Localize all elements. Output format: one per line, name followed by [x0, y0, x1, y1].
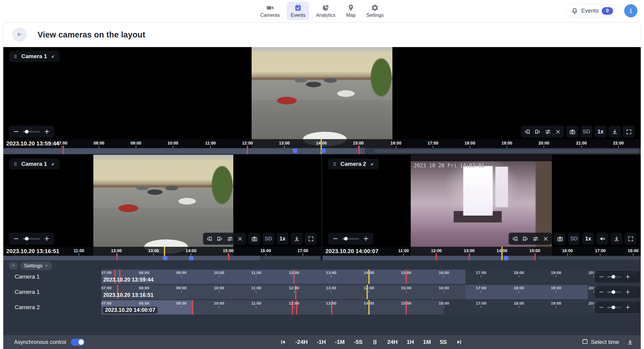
drag-handle-icon[interactable] — [332, 162, 337, 167]
zoom-slider-knob[interactable] — [612, 306, 615, 309]
drag-handle-icon[interactable] — [13, 162, 18, 167]
download-button[interactable] — [609, 126, 621, 138]
fullscreen-button[interactable] — [623, 126, 635, 138]
skip-to-start-button[interactable] — [280, 339, 286, 345]
zoom-slider[interactable] — [607, 276, 622, 278]
step-back-5s-button[interactable]: -5S — [354, 339, 363, 345]
nav-item-cameras[interactable]: Cameras — [256, 2, 284, 20]
filter-button[interactable] — [543, 126, 552, 138]
zoom-out-button[interactable] — [598, 289, 604, 295]
mute-button[interactable] — [596, 233, 608, 245]
fullscreen-button[interactable] — [624, 233, 636, 245]
close-button[interactable] — [235, 233, 244, 245]
zoom-slider-knob[interactable] — [612, 290, 615, 294]
download-button[interactable] — [610, 233, 622, 245]
close-button[interactable] — [553, 126, 562, 138]
zoom-out-button[interactable] — [332, 235, 339, 242]
next-bookmark-button[interactable] — [533, 126, 542, 138]
zoom-in-button[interactable] — [625, 289, 631, 295]
row-camera-name[interactable]: Camera 2 — [15, 300, 40, 315]
snapshot-button[interactable] — [554, 233, 566, 245]
nav-item-map[interactable]: Map — [342, 2, 359, 20]
timeline-bar[interactable] — [322, 256, 641, 260]
zoom-slider-knob[interactable] — [25, 130, 29, 133]
collapse-arrow-icon[interactable] — [370, 162, 375, 167]
zoom-out-button[interactable] — [13, 128, 20, 135]
timeline-hours[interactable]: 2023.10.20 13:16:51 11:0012:0013:0014:00… — [3, 247, 321, 256]
zoom-out-button[interactable] — [598, 304, 604, 310]
zoom-in-button[interactable] — [625, 304, 631, 310]
zoom-slider[interactable] — [607, 291, 622, 293]
skip-to-end-button[interactable] — [456, 339, 462, 345]
settings-dropdown[interactable]: Settings — [20, 262, 52, 270]
zoom-in-button[interactable] — [44, 235, 50, 242]
step-fwd-5s-button[interactable]: 5S — [440, 339, 447, 345]
row-camera-name[interactable]: Camera 1 — [15, 270, 40, 284]
snapshot-button[interactable] — [248, 233, 260, 245]
prev-bookmark-button[interactable] — [523, 126, 532, 138]
speed-button[interactable]: 1x — [594, 126, 606, 138]
timeline-hours[interactable]: 2023.10.20 14:00:07 11:0012:0013:0014:00… — [322, 247, 641, 256]
events-button[interactable]: Events 0 — [565, 4, 619, 17]
camera-1-video[interactable] — [252, 47, 392, 148]
collapse-arrow-icon[interactable] — [50, 54, 56, 59]
speed-button[interactable]: 1x — [277, 233, 289, 245]
playhead-marker[interactable] — [368, 270, 370, 284]
zoom-in-button[interactable] — [363, 235, 369, 242]
download-button[interactable] — [291, 233, 303, 245]
camera-timeline-row[interactable]: 07:0008:0009:0010:0011:0012:0013:0014:00… — [101, 285, 641, 299]
prev-bookmark-button[interactable] — [510, 233, 519, 245]
zoom-slider[interactable] — [23, 238, 40, 240]
zoom-out-button[interactable] — [598, 274, 604, 280]
step-back-1h-button[interactable]: -1H — [317, 339, 326, 345]
step-fwd-1h-button[interactable]: 1H — [407, 339, 414, 345]
export-download-button[interactable] — [627, 339, 633, 345]
snapshot-button[interactable] — [566, 126, 578, 138]
zoom-out-button[interactable] — [13, 235, 20, 242]
quality-button[interactable]: SD — [580, 126, 592, 138]
zoom-slider[interactable] — [607, 307, 622, 308]
step-fwd-1m-button[interactable]: 1M — [423, 339, 431, 345]
zoom-slider-knob[interactable] — [344, 237, 348, 240]
nav-item-analytics[interactable]: Analytics — [312, 2, 339, 20]
camera-1-label-pill[interactable]: Camera 1 — [9, 51, 59, 62]
collapse-arrow-icon[interactable] — [50, 162, 56, 167]
nav-item-settings[interactable]: Settings — [362, 2, 388, 20]
step-back-24h-button[interactable]: -24H — [295, 339, 308, 345]
playhead-marker[interactable] — [367, 285, 368, 299]
collapse-panel-button[interactable] — [9, 262, 17, 270]
drag-handle-icon[interactable] — [13, 54, 18, 59]
camera-1b-label-pill[interactable]: Camera 1 — [9, 159, 59, 169]
zoom-slider-knob[interactable] — [612, 275, 615, 279]
timeline-hours[interactable]: 2023.10.20 13:59:44 07:0008:0009:0010:00… — [3, 139, 641, 148]
filter-button[interactable] — [531, 233, 540, 245]
timeline-bar[interactable] — [3, 256, 321, 260]
close-button[interactable] — [541, 233, 550, 245]
playhead-marker[interactable] — [368, 300, 370, 315]
pause-button[interactable] — [372, 339, 378, 345]
user-avatar[interactable]: 1 — [624, 4, 637, 17]
row-camera-name[interactable]: Camera 1 — [15, 285, 40, 299]
async-control-toggle[interactable] — [71, 339, 85, 346]
select-time-button[interactable]: Select time — [580, 338, 621, 346]
filter-button[interactable] — [225, 233, 234, 245]
camera-timeline-row[interactable]: 07:0008:0009:0010:0011:0012:0013:0014:00… — [101, 270, 641, 284]
zoom-slider[interactable] — [23, 131, 40, 133]
camera-2-label-pill[interactable]: Camera 2 — [328, 159, 379, 169]
zoom-in-button[interactable] — [44, 128, 50, 135]
zoom-slider-knob[interactable] — [25, 237, 29, 240]
camera-timeline-row[interactable]: 07:0008:0009:0010:0011:0012:0013:0014:00… — [101, 300, 641, 315]
fullscreen-button[interactable] — [305, 233, 317, 245]
zoom-in-button[interactable] — [625, 274, 631, 280]
zoom-slider[interactable] — [342, 238, 359, 240]
speed-button[interactable]: 1x — [582, 233, 594, 245]
quality-button[interactable]: SD — [568, 233, 580, 245]
next-bookmark-button[interactable] — [521, 233, 530, 245]
step-back-1m-button[interactable]: -1M — [335, 339, 345, 345]
step-fwd-24h-button[interactable]: 24H — [387, 339, 398, 345]
next-bookmark-button[interactable] — [215, 233, 224, 245]
prev-bookmark-button[interactable] — [205, 233, 214, 245]
back-button[interactable] — [12, 28, 27, 42]
timeline-bar[interactable] — [3, 148, 641, 154]
nav-item-events[interactable]: Events — [287, 2, 309, 20]
